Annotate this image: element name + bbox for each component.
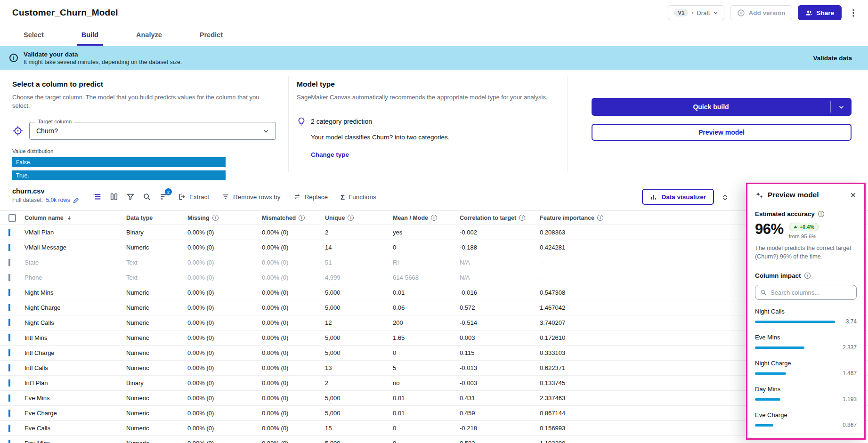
impact-item[interactable]: Intl Calls0.622 <box>755 437 857 438</box>
cell-mean: 0 <box>389 349 456 356</box>
functions-button[interactable]: Σ Functions <box>335 190 381 204</box>
tab-analyze[interactable]: Analyze <box>131 25 167 46</box>
info-icon[interactable] <box>818 211 824 217</box>
row-checkbox[interactable] <box>8 334 10 341</box>
header-mismatched[interactable]: Mismatched <box>258 215 321 221</box>
row-checkbox[interactable] <box>8 410 10 417</box>
search-icon[interactable] <box>140 190 154 204</box>
info-icon[interactable] <box>299 215 305 221</box>
extract-button[interactable]: Extract <box>173 190 214 204</box>
version-selector[interactable]: V1 • Draft <box>668 5 724 20</box>
row-checkbox[interactable] <box>8 319 10 326</box>
impact-item[interactable]: Day Mins1.193 <box>755 386 857 403</box>
quick-build-dropdown[interactable] <box>831 98 852 116</box>
info-icon[interactable] <box>597 215 603 221</box>
checkbox-cell <box>0 410 21 417</box>
header-mean-mode[interactable]: Mean / Mode <box>389 215 456 221</box>
collapse-panel-icon[interactable] <box>719 192 730 203</box>
column-impact-label: Column impact <box>755 272 801 279</box>
dataset-section: churn.csv Full dataset: 5.0k rows 2 Extr… <box>0 185 868 443</box>
row-checkbox[interactable] <box>8 289 10 296</box>
sagemaker-canvas-build-screen: Customer_Churn_Model V1 • Draft Add vers… <box>0 0 868 443</box>
table-row: PhoneText0.00% (0)0.00% (0)4,999614-5668… <box>0 270 868 285</box>
cell-unique: 5,000 <box>321 289 389 296</box>
cell-unique: 51 <box>321 259 389 266</box>
close-icon[interactable] <box>850 192 857 199</box>
info-icon[interactable] <box>431 215 437 221</box>
header-data-type[interactable]: Data type <box>122 215 184 221</box>
impact-item[interactable]: Night Calls3.74 <box>755 308 857 325</box>
preview-model-panel: Preview model Estimated accuracy 96% +0.… <box>747 184 864 438</box>
cell-missing: 0.00% (0) <box>184 259 258 266</box>
filter-icon[interactable] <box>123 190 138 204</box>
column-search-input[interactable] <box>771 289 853 296</box>
table-row: Day MinsNumeric0.00% (0)0.00% (0)5,00000… <box>0 436 868 443</box>
info-icon[interactable] <box>519 215 525 221</box>
row-checkbox[interactable] <box>8 304 10 311</box>
info-icon[interactable] <box>804 273 811 279</box>
cell-correlation: -0.016 <box>456 289 536 296</box>
cell-mismatched: 0.00% (0) <box>258 425 321 432</box>
column-view-icon[interactable] <box>107 190 121 204</box>
select-all-checkbox[interactable] <box>8 214 16 222</box>
table-row: Eve MinsNumeric0.00% (0)0.00% (0)5,0000.… <box>0 391 868 406</box>
rows-count-link[interactable]: 5.0k rows <box>46 197 70 203</box>
row-checkbox[interactable] <box>8 395 10 402</box>
add-version-button[interactable]: Add version <box>730 5 792 20</box>
chevron-down-icon <box>713 10 718 16</box>
cell-name: Phone <box>21 274 122 281</box>
impact-value: 2.337 <box>839 344 857 351</box>
row-checkbox[interactable] <box>8 259 10 266</box>
row-checkbox[interactable] <box>8 440 10 443</box>
header-missing[interactable]: Missing <box>184 215 258 221</box>
cell-unique: 15 <box>321 425 389 432</box>
data-visualizer-button[interactable]: Data visualizer <box>642 189 714 205</box>
row-checkbox[interactable] <box>8 349 10 356</box>
row-checkbox[interactable] <box>8 274 10 281</box>
value-distribution-label: Value distribution <box>12 148 276 154</box>
header-correlation[interactable]: Correlation to target <box>456 215 536 221</box>
replace-button[interactable]: Replace <box>288 190 333 204</box>
cell-correlation: 0.115 <box>456 349 536 356</box>
tab-build[interactable]: Build <box>77 25 103 46</box>
cell-type: Binary <box>122 379 184 387</box>
header-unique[interactable]: Unique <box>321 215 389 221</box>
info-icon[interactable] <box>212 215 219 221</box>
share-button[interactable]: Share <box>798 5 842 20</box>
impact-item[interactable]: Night Charge1.467 <box>755 360 857 377</box>
preview-model-button[interactable]: Preview model <box>592 124 852 141</box>
row-checkbox[interactable] <box>8 364 10 371</box>
tab-select[interactable]: Select <box>19 25 49 46</box>
cell-missing: 0.00% (0) <box>184 395 258 402</box>
impact-item[interactable]: Eve Mins2.337 <box>755 334 857 351</box>
target-column-select[interactable]: Target column Churn? <box>29 122 276 140</box>
estimated-accuracy-label-row: Estimated accuracy <box>755 210 857 217</box>
model-type-section: Model type SageMaker Canvas automaticall… <box>297 80 560 159</box>
cell-name: Night Mins <box>21 289 122 296</box>
prediction-type-label: 2 category prediction <box>311 118 372 125</box>
kebab-menu-icon[interactable] <box>847 5 860 20</box>
header-column-name[interactable]: Column name <box>21 215 122 221</box>
cell-name: Eve Mins <box>21 395 122 402</box>
steps-icon[interactable]: 2 <box>156 190 170 204</box>
quick-build-button[interactable]: Quick build <box>592 98 830 116</box>
validate-data-button[interactable]: Validate data <box>813 55 852 62</box>
row-checkbox[interactable] <box>8 379 10 387</box>
cell-mismatched: 0.00% (0) <box>258 259 321 266</box>
cell-unique: 12 <box>321 319 389 326</box>
table-view-icon[interactable] <box>90 190 105 204</box>
row-checkbox[interactable] <box>8 425 10 432</box>
edit-pencil-icon[interactable] <box>73 197 79 203</box>
tab-predict[interactable]: Predict <box>195 25 227 46</box>
row-checkbox[interactable] <box>8 229 10 236</box>
functions-label: Functions <box>349 193 376 201</box>
distribution-bar: False. <box>12 157 226 167</box>
table-row: Night CallsNumeric0.00% (0)0.00% (0)1220… <box>0 315 868 330</box>
cell-mismatched: 0.00% (0) <box>258 395 321 402</box>
info-icon[interactable] <box>348 215 354 221</box>
row-checkbox[interactable] <box>8 244 10 251</box>
remove-rows-button[interactable]: Remove rows by <box>217 190 286 204</box>
change-type-link[interactable]: Change type <box>311 151 349 158</box>
impact-item[interactable]: Eve Charge0.867 <box>755 411 857 428</box>
cell-correlation: 0.459 <box>456 410 536 417</box>
